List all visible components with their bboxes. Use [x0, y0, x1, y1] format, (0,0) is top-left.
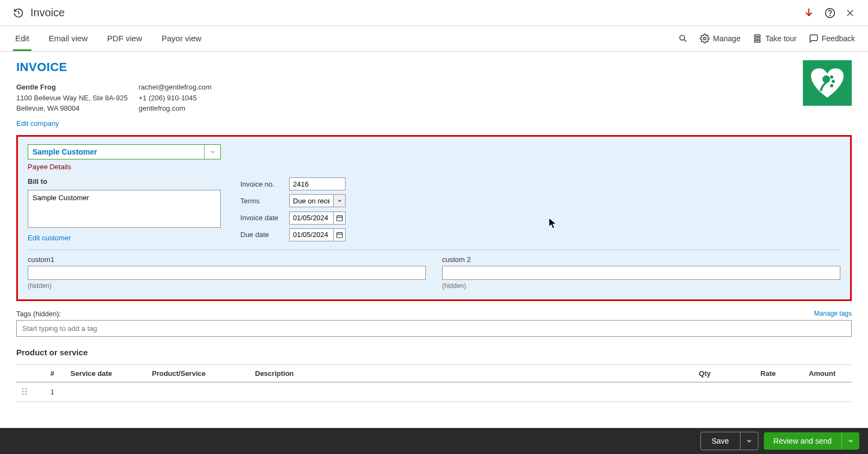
manage-button[interactable]: Manage [700, 34, 741, 43]
tabs-bar: Edit Email view PDF view Payor view Mana… [0, 26, 868, 52]
company-address-1: 1100 Bellevue Way NE, Ste 8A-925 [16, 93, 127, 104]
main-content: INVOICE Gentle Frog 1100 Bellevue Way NE… [0, 52, 868, 423]
svg-point-10 [822, 75, 830, 83]
tab-payor-view[interactable]: Payor view [159, 26, 203, 51]
invoice-date-picker-button[interactable] [333, 212, 345, 224]
company-website: gentlefrog.com [138, 103, 212, 114]
svg-point-24 [22, 391, 24, 393]
tab-edit[interactable]: Edit [13, 26, 31, 51]
svg-rect-14 [336, 216, 342, 221]
svg-rect-8 [755, 38, 761, 40]
due-date-picker-button[interactable] [333, 229, 345, 241]
manage-tags-link[interactable]: Manage tags [814, 310, 852, 317]
company-email: rachel@gentlefrog.com [138, 82, 212, 93]
col-qty: Qty [662, 365, 716, 382]
page-title: Invoice [30, 7, 65, 19]
row-qty[interactable] [662, 382, 716, 401]
payee-section-highlighted: Payee Details Bill to Edit customer Invo… [16, 135, 852, 301]
col-product: Product/Service [146, 365, 250, 382]
invoice-meta: Invoice no. Terms Invoice date [240, 177, 346, 242]
company-address-2: Bellevue, WA 98004 [16, 103, 127, 114]
svg-point-4 [680, 35, 685, 40]
svg-point-23 [25, 388, 27, 390]
row-product[interactable] [146, 382, 250, 401]
take-tour-label: Take tour [765, 34, 797, 43]
panel-header: Invoice [0, 0, 868, 26]
product-table: # Service date Product/Service Descripti… [16, 365, 852, 402]
col-num: # [38, 365, 65, 382]
close-icon[interactable] [845, 8, 855, 18]
svg-point-22 [22, 388, 24, 390]
col-description: Description [250, 365, 662, 382]
custom2-hidden-note: (hidden) [442, 282, 840, 290]
history-icon[interactable] [13, 8, 24, 18]
svg-point-6 [704, 37, 706, 40]
due-date-label: Due date [240, 231, 284, 239]
bill-to-label: Bill to [28, 177, 221, 186]
custom1-label: custom1 [28, 255, 426, 264]
feedback-button[interactable]: Feedback [809, 34, 855, 43]
take-tour-button[interactable]: Take tour [752, 34, 797, 43]
tab-pdf-view[interactable]: PDF view [105, 26, 144, 51]
customer-select[interactable] [28, 144, 221, 159]
svg-point-1 [830, 15, 831, 15]
product-section-title: Product or service [16, 348, 852, 357]
tags-input[interactable] [16, 320, 852, 337]
divider [28, 250, 840, 250]
invoice-date-label: Invoice date [240, 214, 284, 222]
manage-label: Manage [713, 34, 741, 43]
svg-point-13 [830, 84, 833, 87]
customer-dropdown-button[interactable] [204, 145, 220, 159]
terms-input[interactable] [290, 195, 333, 207]
company-name: Gentle Frog [16, 82, 127, 93]
drag-handle-icon[interactable] [16, 382, 38, 401]
payee-details-link[interactable]: Payee Details [28, 163, 840, 171]
custom1-input[interactable] [28, 266, 426, 280]
download-arrow-icon[interactable] [803, 7, 815, 19]
custom1-hidden-note: (hidden) [28, 282, 426, 290]
edit-company-link[interactable]: Edit company [16, 119, 59, 127]
table-row[interactable]: 1 [16, 382, 852, 401]
invoice-header: INVOICE Gentle Frog 1100 Bellevue Way NE… [16, 60, 852, 127]
invoice-title: INVOICE [16, 60, 212, 74]
row-rate[interactable] [716, 382, 781, 401]
col-amount: Amount [781, 365, 852, 382]
toolbar-right: Manage Take tour Feedback [678, 34, 855, 43]
custom-fields-row: custom1 (hidden) custom 2 (hidden) [28, 255, 840, 290]
custom2-label: custom 2 [442, 255, 840, 264]
svg-point-12 [832, 80, 835, 83]
row-amount[interactable] [781, 382, 852, 401]
invoice-no-input[interactable] [290, 178, 345, 190]
header-right [803, 7, 855, 19]
invoice-date-input[interactable] [290, 212, 333, 224]
edit-customer-link[interactable]: Edit customer [28, 234, 71, 242]
custom2-input[interactable] [442, 266, 840, 280]
header-left: Invoice [13, 7, 65, 19]
row-description[interactable] [250, 382, 662, 401]
tags-label: Tags (hidden): [16, 310, 61, 318]
bill-to-textarea[interactable] [28, 190, 221, 228]
svg-point-27 [25, 394, 27, 395]
customer-input[interactable] [28, 145, 204, 159]
terms-label: Terms [240, 197, 284, 205]
due-date-input[interactable] [290, 229, 333, 241]
search-icon[interactable] [678, 34, 688, 43]
col-service-date: Service date [65, 365, 146, 382]
tags-section: Tags (hidden): Manage tags [16, 310, 852, 337]
help-icon[interactable] [825, 8, 835, 18]
col-rate: Rate [716, 365, 781, 382]
feedback-label: Feedback [822, 34, 855, 43]
svg-rect-9 [755, 41, 761, 42]
svg-point-26 [22, 394, 24, 395]
tab-email-view[interactable]: Email view [47, 26, 90, 51]
svg-rect-7 [755, 35, 761, 36]
terms-dropdown-button[interactable] [333, 195, 345, 207]
svg-point-11 [830, 75, 833, 79]
company-info: Gentle Frog 1100 Bellevue Way NE, Ste 8A… [16, 82, 212, 114]
row-service-date[interactable] [65, 382, 146, 401]
view-tabs: Edit Email view PDF view Payor view [13, 26, 203, 51]
svg-rect-18 [336, 233, 342, 238]
row-num: 1 [38, 382, 65, 401]
company-logo[interactable] [803, 60, 852, 106]
svg-point-25 [25, 391, 27, 393]
